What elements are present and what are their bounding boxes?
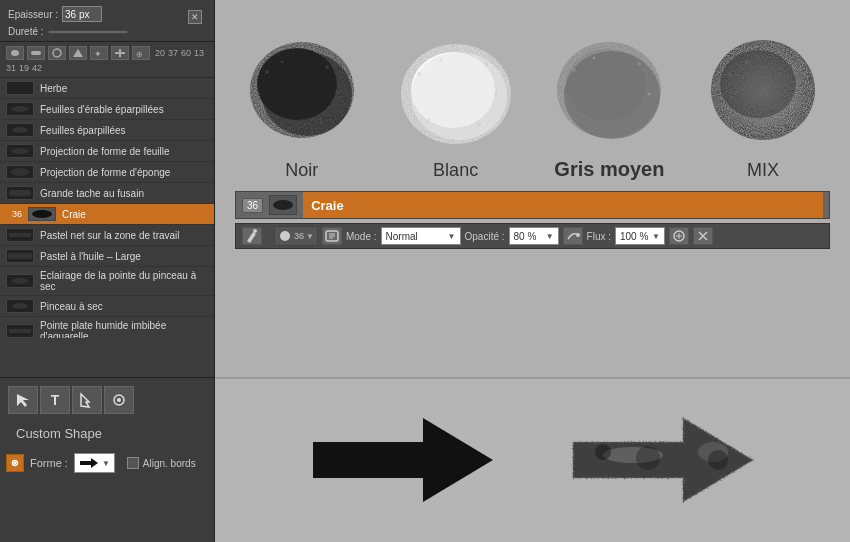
brush-item-fusain[interactable]: Grande tache au fusain	[0, 183, 214, 204]
svg-point-31	[310, 131, 313, 134]
brush-name-eclairage: Eclairage de la pointe du pinceau à sec	[40, 270, 208, 292]
svg-point-43	[564, 51, 660, 139]
extra-btn-2[interactable]	[693, 227, 713, 245]
airbrush-icon[interactable]	[563, 227, 583, 245]
svg-point-10	[12, 127, 28, 133]
align-bords-label: Align. bords	[143, 458, 196, 469]
brush-item-pastel-net[interactable]: Pastel net sur la zone de travail	[0, 225, 214, 246]
svg-rect-19	[9, 329, 31, 333]
extra-btn-1[interactable]	[669, 227, 689, 245]
brush-item-pastel-huile[interactable]: Pastel à l'huile – Large	[0, 246, 214, 267]
svg-text:✦: ✦	[94, 49, 102, 58]
tool-select-arrow[interactable]	[8, 386, 38, 414]
brush-type-icon-1[interactable]	[6, 46, 24, 60]
svg-rect-1	[31, 51, 41, 55]
brush-name-pastel-net: Pastel net sur la zone de travail	[40, 230, 180, 241]
brush-item-pointe-plate[interactable]: Pointe plate humide imbibée d'aquarelle	[0, 317, 214, 338]
tool-direct-select[interactable]	[72, 386, 102, 414]
svg-point-27	[335, 91, 338, 94]
flux-dropdown[interactable]: 100 % ▼	[615, 227, 665, 245]
svg-point-54	[784, 124, 788, 128]
tool-panel-bottom: T Custom Shape	[0, 377, 215, 542]
brush-item-pinceau-sec[interactable]: Pinceau à sec	[0, 296, 214, 317]
brush-item-proj-eponge[interactable]: Projection de forme d'éponge	[0, 162, 214, 183]
svg-point-62	[280, 231, 290, 241]
durete-slider[interactable]	[48, 30, 128, 34]
brush-type-icon-5[interactable]: ✦	[90, 46, 108, 60]
brush-options-icon[interactable]	[322, 227, 342, 245]
brush-name-proj-feuille: Projection de forme de feuille	[40, 146, 170, 157]
brush-item-proj-feuille[interactable]: Projection de forme de feuille	[0, 141, 214, 162]
svg-point-18	[12, 303, 28, 309]
svg-point-28	[320, 120, 324, 124]
brush-preview-craie	[28, 207, 56, 221]
brush-item-craie[interactable]: 36 Craie	[0, 204, 214, 225]
tool-shape[interactable]	[104, 386, 134, 414]
opacity-value: 80 %	[514, 231, 544, 242]
panel-close-btn[interactable]: ✕	[188, 10, 202, 24]
svg-point-60	[273, 200, 293, 210]
brush-item-herbe[interactable]: Herbe	[0, 78, 214, 99]
size-19: 19	[19, 63, 29, 73]
svg-point-55	[739, 121, 742, 124]
thickness-input[interactable]	[62, 6, 102, 22]
brush-name-feuilles: Feuilles éparpillées	[40, 125, 126, 136]
opacity-dropdown[interactable]: 80 % ▼	[509, 227, 559, 245]
svg-rect-13	[9, 190, 31, 196]
flux-value: 100 %	[620, 231, 650, 242]
svg-point-25	[280, 61, 283, 64]
brush-item-eclairage[interactable]: Eclairage de la pointe du pinceau à sec	[0, 267, 214, 296]
size-42: 42	[32, 63, 42, 73]
svg-point-57	[775, 131, 778, 134]
tool-text[interactable]: T	[40, 386, 70, 414]
svg-point-73	[14, 462, 17, 465]
svg-point-52	[788, 64, 792, 68]
brush-sample-mix: MIX	[698, 22, 828, 181]
size-37: 37	[168, 48, 178, 58]
size-60: 60	[181, 48, 191, 58]
forme-arrow-dropdown[interactable]: ▼	[74, 453, 115, 473]
svg-point-51	[745, 61, 748, 64]
thickness-label: Epaisseur :	[8, 9, 58, 20]
svg-point-26	[325, 65, 329, 69]
brush-type-icon-3[interactable]	[48, 46, 66, 60]
brush-icons-row: ✦ ⊕ 20 37 60 13 31 19 42	[0, 42, 214, 78]
brush-samples: Noir Blanc	[215, 0, 850, 191]
brush-type-icon-7[interactable]: ⊕	[132, 46, 150, 60]
svg-point-40	[427, 119, 430, 122]
svg-rect-15	[9, 233, 31, 237]
brush-tool-icon[interactable]	[242, 227, 262, 245]
svg-point-37	[484, 62, 488, 66]
brush-type-icon-2[interactable]	[27, 46, 45, 60]
svg-point-29	[275, 116, 278, 119]
svg-marker-3	[73, 49, 83, 57]
brush-name-proj-eponge: Projection de forme d'éponge	[40, 167, 170, 178]
brush-sample-gris: Gris moyen	[544, 20, 674, 181]
brush-type-icon-6[interactable]	[111, 46, 129, 60]
brush-preview-feuilles	[6, 123, 34, 137]
svg-point-23	[262, 52, 352, 136]
size-selector[interactable]: 36 ▼	[274, 226, 318, 246]
brush-item-feuilles-erable[interactable]: Feuilles d'érable éparpillées	[0, 99, 214, 120]
panel-top: Epaisseur : ✕ Dureté :	[0, 0, 214, 42]
svg-point-8	[10, 84, 30, 92]
brush-item-feuilles[interactable]: Feuilles éparpillées	[0, 120, 214, 141]
svg-point-76	[595, 444, 611, 460]
size-31: 31	[6, 63, 16, 73]
opacity-arrow-icon: ▼	[546, 232, 554, 241]
custom-shape-label: Custom Shape	[8, 422, 110, 445]
svg-point-39	[477, 122, 481, 126]
brush-type-icon-4[interactable]	[69, 46, 87, 60]
brush-preview-feuilles-erable	[6, 102, 34, 116]
align-bords-checkbox[interactable]	[127, 457, 139, 469]
brush-config-bar: 36 Craie	[235, 191, 830, 219]
mode-text-label: Mode :	[346, 231, 377, 242]
forme-bar: Forme : ▼ Align. bords	[0, 449, 214, 477]
svg-point-53	[805, 93, 808, 96]
custom-shape-row: Custom Shape	[0, 422, 214, 449]
gear-settings-icon[interactable]	[6, 454, 24, 472]
svg-point-38	[494, 93, 497, 96]
svg-point-77	[636, 446, 660, 470]
mode-dropdown[interactable]: Normal ▼	[381, 227, 461, 245]
brush-preview-pastel-huile	[6, 249, 34, 263]
